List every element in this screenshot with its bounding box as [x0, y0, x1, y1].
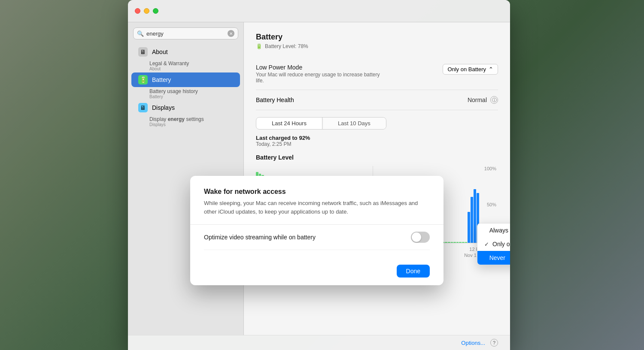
battery-level-text: Battery Level: 78%	[265, 43, 308, 49]
display-energy-desc: Displays	[149, 122, 237, 127]
tab-last-24-hours[interactable]: Last 24 Hours	[256, 118, 322, 129]
bottom-bar: Options... ?	[128, 335, 510, 350]
battery-header: Battery	[256, 33, 498, 42]
modal-body: Wake for network access While sleeping, …	[190, 176, 444, 259]
low-power-mode-info: Low Power Mode Your Mac will reduce ener…	[256, 64, 385, 84]
search-box: 🔍 energy ✕	[133, 27, 238, 39]
sidebar-item-displays[interactable]: 🖥 Displays	[131, 100, 240, 115]
legal-warranty-label: Legal & Warranty	[149, 60, 237, 66]
battery-main-title: Battery	[256, 33, 283, 42]
wake-dropdown-popup: Always ✓ Only on Power Adapter Never	[477, 223, 510, 265]
low-power-mode-value: Only on Battery	[447, 66, 486, 72]
chart-bar-blue	[471, 197, 473, 243]
chart-bar-green	[459, 242, 462, 243]
sidebar-displays-label: Displays	[152, 104, 175, 111]
battery-level-section-title: Battery Level	[256, 154, 498, 161]
optimize-video-toggle[interactable]	[411, 232, 430, 243]
last-charged-time: Today, 2:25 PM	[256, 141, 498, 147]
option-never-label: Never	[489, 254, 505, 261]
chevron-down-icon: ⌃	[489, 66, 493, 72]
chart-bar-green	[462, 242, 465, 243]
done-button[interactable]: Done	[397, 265, 430, 278]
y-label-100: 100%	[484, 166, 496, 171]
search-container: 🔍 energy ✕	[128, 27, 243, 45]
legal-warranty-desc: About	[149, 66, 237, 71]
battery-health-value: Normal	[468, 97, 487, 103]
battery-health-label: Battery Health	[256, 97, 294, 103]
search-clear-button[interactable]: ✕	[228, 30, 234, 37]
sidebar-section-displays: 🖥 Displays Display energy settings Displ…	[128, 100, 243, 128]
sidebar-item-about[interactable]: 🖥 About	[131, 45, 240, 59]
dropdown-option-never[interactable]: Never	[477, 251, 510, 265]
sidebar-about-label: About	[152, 48, 168, 55]
chart-bar-green	[445, 242, 447, 243]
battery-health-value-container: Normal ⓘ	[468, 96, 498, 104]
chart-bar-green	[456, 242, 459, 243]
sidebar-section-battery: 🔋 Battery Battery usage history Battery	[128, 72, 243, 100]
dropdown-option-always[interactable]: Always	[477, 223, 510, 237]
battery-health-row: Battery Health Normal ⓘ	[256, 90, 498, 110]
sidebar-item-battery[interactable]: 🔋 Battery	[131, 72, 240, 87]
help-icon[interactable]: ?	[490, 339, 498, 347]
wake-for-network-modal: Wake for network access While sleeping, …	[190, 176, 444, 285]
low-power-mode-row: Low Power Mode Your Mac will reduce ener…	[256, 58, 498, 90]
battery-health-info-icon[interactable]: ⓘ	[490, 96, 498, 104]
modal-footer: Done	[190, 259, 444, 285]
low-power-mode-control[interactable]: Only on Battery ⌃	[443, 64, 498, 75]
displays-icon: 🖥	[138, 103, 148, 112]
titlebar	[128, 0, 510, 22]
option-power-adapter-label: Only on Power Adapter	[492, 241, 510, 247]
checkmark-always	[484, 227, 486, 234]
minimize-button[interactable]	[144, 8, 149, 14]
low-power-mode-label: Low Power Mode	[256, 64, 385, 71]
dropdown-option-power-adapter[interactable]: ✓ Only on Power Adapter	[477, 237, 510, 251]
modal-title: Wake for network access	[204, 188, 430, 196]
battery-history-label: Battery usage history	[149, 88, 237, 94]
maximize-button[interactable]	[153, 8, 158, 14]
battery-history-desc: Battery	[149, 94, 237, 99]
optimize-video-label: Optimize video streaming while on batter…	[204, 234, 316, 241]
display-energy-label: Display energy settings	[149, 116, 237, 122]
time-tabs: Last 24 Hours Last 10 Days	[256, 117, 386, 130]
search-input[interactable]: energy	[146, 30, 225, 37]
battery-level-row: 🔋 Battery Level: 78%	[256, 43, 498, 49]
about-icon: 🖥	[138, 47, 148, 57]
sidebar-sub-battery-history[interactable]: Battery usage history Battery	[128, 87, 243, 100]
chart-bar-green	[453, 242, 456, 243]
chart-bar-blue	[474, 189, 476, 243]
chart-bar-green	[451, 242, 453, 243]
checkmark-power-adapter: ✓	[484, 241, 489, 247]
checkmark-never	[484, 255, 486, 261]
search-icon: 🔍	[137, 30, 144, 37]
system-preferences-window: 🔍 energy ✕ 🖥 About Legal & Warranty Abou…	[128, 0, 510, 350]
battery-nav-icon: 🔋	[138, 75, 148, 84]
close-button[interactable]	[135, 8, 140, 14]
battery-small-icon: 🔋	[256, 43, 262, 49]
sidebar-sub-display-energy[interactable]: Display energy settings Displays	[128, 115, 243, 128]
chart-bar-blue	[468, 212, 470, 243]
tab-last-10-days[interactable]: Last 10 Days	[322, 118, 386, 129]
last-charged-title: Last charged to 92%	[256, 135, 498, 141]
optimize-video-row: Optimize video streaming while on batter…	[204, 225, 430, 250]
toggle-knob	[412, 232, 421, 242]
modal-description: While sleeping, your Mac can receive inc…	[204, 199, 430, 216]
sidebar-battery-label: Battery	[152, 76, 171, 83]
last-charged-section: Last charged to 92% Today, 2:25 PM	[256, 135, 498, 147]
chart-bar-green	[465, 242, 468, 243]
sidebar-section-about: 🖥 About Legal & Warranty About	[128, 45, 243, 72]
traffic-lights	[135, 8, 158, 14]
option-always-label: Always	[489, 227, 508, 234]
chart-bar-green	[448, 242, 450, 243]
low-power-mode-desc: Your Mac will reduce energy usage to inc…	[256, 72, 385, 84]
low-power-mode-dropdown[interactable]: Only on Battery ⌃	[443, 64, 498, 75]
options-button[interactable]: Options...	[461, 340, 485, 346]
sidebar-sub-legal[interactable]: Legal & Warranty About	[128, 59, 243, 72]
y-label-50: 50%	[487, 202, 496, 207]
